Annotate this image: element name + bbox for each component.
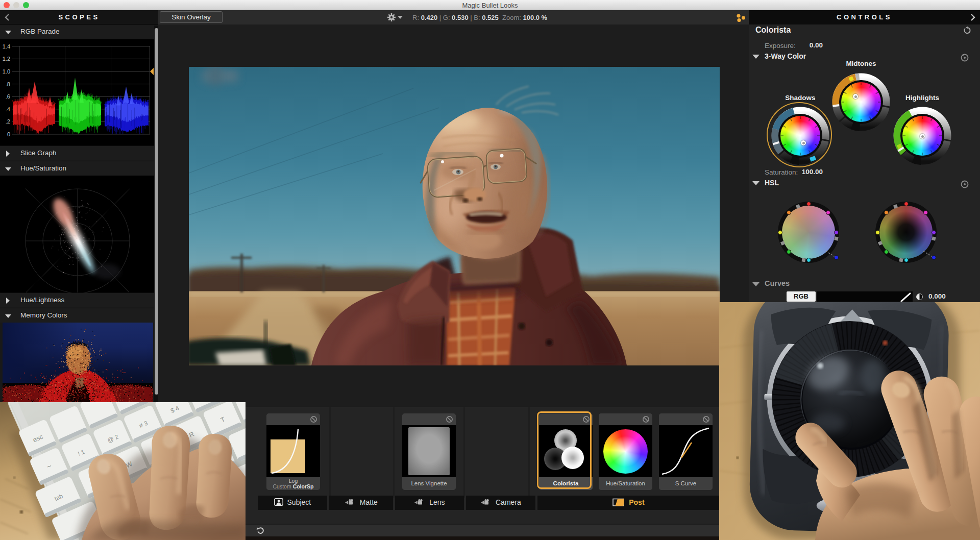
svg-text:0: 0: [7, 131, 10, 137]
svg-text:.2: .2: [6, 118, 10, 125]
svg-text:.8: .8: [6, 81, 10, 87]
svg-text:1.0: 1.0: [3, 68, 10, 75]
svg-text:.6: .6: [6, 93, 10, 100]
svg-text:1.2: 1.2: [3, 56, 10, 62]
svg-text:1.4: 1.4: [3, 43, 10, 50]
svg-text:.4: .4: [6, 106, 10, 112]
